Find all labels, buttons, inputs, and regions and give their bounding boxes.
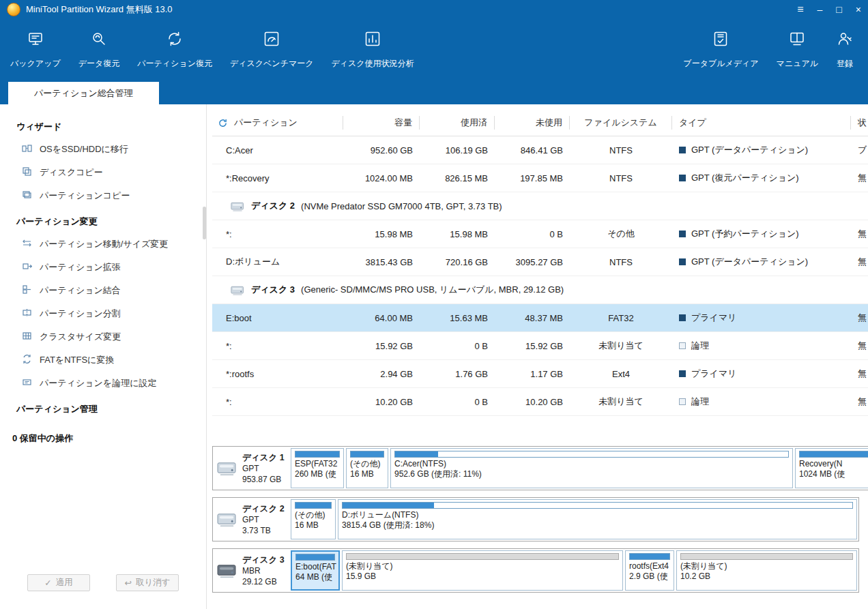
undo-button-label: 取り消す [136, 577, 171, 589]
main-area: ウィザード OSをSSD/HDDに移行 ディスクコピー パーティションコピー パ… [0, 104, 868, 609]
partition-capacity: 1024.00 MB [343, 173, 420, 183]
backup-button[interactable]: バックアップ [1, 30, 70, 70]
column-header-filesystem[interactable]: ファイルシステム [570, 116, 672, 130]
sidebar-item-label: パーティション分割 [40, 308, 121, 320]
sidebar-item-extend[interactable]: パーティション拡張 [0, 256, 206, 279]
disk-info[interactable]: ディスク 1 GPT 953.87 GB [213, 447, 289, 490]
convert-fat-ntfs-icon [22, 354, 32, 366]
table-row[interactable]: *:rootfs 2.94 GB 1.76 GB 1.17 GB Ext4 プラ… [212, 360, 868, 388]
partition-capacity: 952.60 GB [343, 145, 420, 155]
sidebar-item-disk-copy[interactable]: ディスクコピー [0, 161, 206, 184]
toolbar-label: ディスクベンチマーク [230, 58, 314, 70]
table-row[interactable]: *: 10.20 GB 0 B 10.20 GB 未割り当て 論理 無 [212, 388, 868, 416]
column-header-type[interactable]: タイプ [672, 116, 851, 130]
disk-benchmark-button[interactable]: ディスクベンチマーク [221, 30, 323, 70]
menu-icon[interactable]: ≡ [797, 4, 803, 15]
disk-group-label: ディスク 2 [251, 200, 295, 212]
block-size: 260 MB (使 [295, 469, 340, 479]
usage-bar [394, 451, 789, 458]
disk-usage-analysis-button[interactable]: ディスク使用状況分析 [322, 30, 422, 70]
partition-type: GPT (復元パーティション) [672, 172, 851, 184]
apply-button[interactable]: ✓ 適用 [27, 574, 90, 591]
titlebar: MiniTool Partition Wizard 無料版 13.0 ≡ – □… [0, 0, 868, 19]
partition-filesystem: NTFS [570, 257, 672, 267]
column-header-used[interactable]: 使用済 [420, 116, 495, 130]
partition-block[interactable]: ESP(FAT32 260 MB (使 [291, 448, 344, 488]
refresh-icon[interactable] [218, 118, 228, 128]
partition-unused: 846.41 GB [495, 145, 570, 155]
partition-block[interactable]: (その他) 16 MB [291, 499, 336, 539]
partition-status: 無 [851, 368, 868, 380]
manual-icon [788, 30, 806, 50]
partition-block[interactable]: rootfs(Ext4 2.9 GB (使 [625, 550, 674, 591]
window-title: MiniTool Partition Wizard 無料版 13.0 [26, 3, 173, 16]
column-header-capacity[interactable]: 容量 [343, 116, 420, 130]
disk-info[interactable]: ディスク 3 MBR 29.12 GB [213, 549, 289, 592]
minimize-icon[interactable]: – [818, 5, 823, 14]
partition-unused: 0 B [495, 229, 570, 239]
partition-status: 無 [851, 228, 868, 240]
partition-block[interactable]: (未割り当て) 10.2 GB [676, 550, 857, 591]
partition-filesystem: その他 [570, 228, 672, 240]
content-area: パーティション 容量 使用済 未使用 ファイルシステム タイプ 状 C:Acer… [207, 104, 868, 609]
sidebar-item-set-logical[interactable]: パーティションを論理に設定 [0, 372, 206, 395]
partition-table: パーティション 容量 使用済 未使用 ファイルシステム タイプ 状 C:Acer… [212, 110, 868, 416]
partition-status: 無 [851, 396, 868, 408]
sidebar-scrollbar[interactable] [203, 207, 206, 239]
partition-filesystem: 未割り当て [570, 396, 672, 408]
disk-map: ディスク 1 GPT 953.87 GB ESP(FAT32 260 MB (使… [212, 446, 868, 593]
disk-info[interactable]: ディスク 2 GPT 3.73 TB [213, 498, 289, 541]
partition-block[interactable]: C:Acer(NTFS) 952.6 GB (使用済: 11%) [390, 448, 793, 488]
column-header-status[interactable]: 状 [851, 116, 868, 130]
register-button[interactable]: 登録 [827, 30, 863, 70]
block-size: 10.2 GB [680, 571, 853, 582]
column-header-unused[interactable]: 未使用 [495, 116, 570, 130]
sidebar-section-wizard: ウィザード [0, 113, 206, 138]
usage-bar [799, 451, 868, 458]
partition-type-icon [679, 398, 686, 405]
manual-button[interactable]: マニュアル [768, 30, 827, 70]
partition-recovery-button[interactable]: パーティション復元 [128, 30, 221, 70]
table-row[interactable]: *: 15.98 MB 15.98 MB 0 B その他 GPT (予約パーティ… [212, 220, 868, 248]
partition-block[interactable]: D:ボリューム(NTFS) 3815.4 GB (使用済: 18%) [338, 499, 857, 539]
sidebar-item-label: パーティションコピー [40, 190, 130, 202]
sidebar-item-move-resize[interactable]: パーティション移動/サイズ変更 [0, 233, 206, 256]
table-row[interactable]: *:Recovery 1024.00 MB 826.15 MB 197.85 M… [212, 164, 868, 192]
partition-block[interactable]: (未割り当て) 15.9 GB [342, 550, 623, 591]
sidebar-item-merge[interactable]: パーティション結合 [0, 279, 206, 302]
maximize-icon[interactable]: □ [836, 5, 841, 14]
disk-map-row: ディスク 3 MBR 29.12 GB E:boot(FAT 64 MB (使 … [212, 548, 859, 593]
disk-group-row[interactable]: ディスク 2 (NVMe Predator SSD GM7000 4TB, GP… [212, 192, 868, 220]
partition-status: 無 [851, 312, 868, 324]
close-icon[interactable]: × [856, 5, 861, 14]
partition-name: *:rootfs [212, 369, 343, 379]
block-size: 15.9 GB [346, 571, 619, 582]
data-recovery-button[interactable]: データ復元 [70, 30, 129, 70]
tab-partition-management[interactable]: パーティション総合管理 [8, 82, 159, 104]
disk-name: ディスク 3 [242, 554, 285, 565]
partition-block[interactable]: (その他) 16 MB [346, 448, 388, 488]
table-row[interactable]: D:ボリューム 3815.43 GB 720.16 GB 3095.27 GB … [212, 248, 868, 276]
undo-button[interactable]: ↩ 取り消す [116, 574, 179, 591]
sidebar-item-cluster-size[interactable]: クラスタサイズ変更 [0, 325, 206, 348]
bootable-media-button[interactable]: ブータブルメディア [674, 30, 767, 70]
table-row[interactable]: *: 15.92 GB 0 B 15.92 GB 未割り当て 論理 無 [212, 332, 868, 360]
partition-block[interactable]: Recovery(N 1024 MB (使 [795, 448, 868, 488]
partition-used: 0 B [420, 341, 495, 351]
disk-group-row[interactable]: ディスク 3 (Generic- SD/MMC/MS PRO USB, リムーバ… [212, 276, 868, 304]
partition-name: C:Acer [212, 145, 343, 155]
disk-group-label: ディスク 3 [251, 284, 295, 296]
extend-partition-icon [22, 261, 32, 273]
sidebar-item-partition-copy[interactable]: パーティションコピー [0, 184, 206, 207]
sidebar-item-migrate-os[interactable]: OSをSSD/HDDに移行 [0, 138, 206, 161]
table-row[interactable]: E:boot 64.00 MB 15.63 MB 48.37 MB FAT32 … [212, 304, 868, 332]
tab-bar: パーティション総合管理 [0, 82, 868, 104]
table-row[interactable]: C:Acer 952.60 GB 106.19 GB 846.41 GB NTF… [212, 136, 868, 164]
pending-operations-label: 0 保留中の操作 [0, 420, 206, 445]
sidebar-item-fat-to-ntfs[interactable]: FATをNTFSに変換 [0, 348, 206, 372]
disk-scheme: MBR [242, 565, 285, 576]
sidebar-item-split[interactable]: パーティション分割 [0, 302, 206, 325]
partition-block[interactable]: E:boot(FAT 64 MB (使 [291, 550, 340, 591]
partition-filesystem: 未割り当て [570, 340, 672, 352]
column-header-partition[interactable]: パーティション [212, 116, 343, 130]
